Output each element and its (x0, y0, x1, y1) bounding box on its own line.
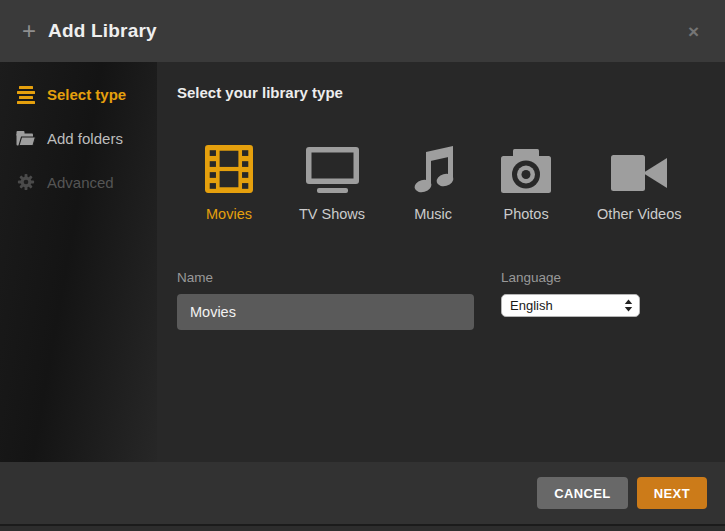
name-field-label: Name (177, 270, 474, 285)
add-library-dialog: + Add Library × Select type (0, 0, 725, 531)
library-type-photos[interactable]: Photos (501, 141, 551, 222)
filmstrip-icon (205, 141, 253, 193)
sidebar-item-select-type[interactable]: Select type (0, 72, 157, 116)
main-panel: Select your library type (157, 62, 725, 462)
library-type-music[interactable]: Music (411, 141, 455, 222)
cancel-button[interactable]: CANCEL (537, 477, 628, 509)
dialog-titlebar: + Add Library × (0, 0, 725, 62)
library-type-label: Movies (206, 206, 252, 222)
sidebar-item-label: Add folders (47, 130, 123, 147)
language-select[interactable]: English (501, 294, 640, 317)
library-type-label: Photos (504, 206, 549, 222)
language-select-value: English (510, 298, 624, 313)
next-button[interactable]: NEXT (637, 477, 707, 509)
sidebar-item-add-folders[interactable]: Add folders (0, 116, 157, 160)
dialog-footer: CANCEL NEXT (0, 462, 725, 524)
plus-icon: + (22, 19, 36, 43)
library-type-row: Movies TV Shows (205, 141, 705, 222)
dialog-title: Add Library (48, 20, 157, 42)
camera-icon (501, 141, 551, 193)
sidebar-item-advanced: Advanced (0, 160, 157, 204)
panel-heading: Select your library type (177, 84, 705, 101)
folder-icon (16, 128, 36, 148)
select-stepper-icon (624, 299, 635, 312)
library-name-input[interactable] (177, 294, 474, 330)
library-type-tv-shows[interactable]: TV Shows (299, 141, 365, 222)
tv-icon (306, 141, 359, 193)
sidebar-item-label: Advanced (47, 174, 114, 191)
music-note-icon (411, 141, 455, 193)
list-bars-icon (16, 84, 36, 104)
sidebar-item-label: Select type (47, 86, 126, 103)
library-type-other-videos[interactable]: Other Videos (597, 141, 681, 222)
close-icon[interactable]: × (684, 18, 703, 45)
gear-icon (16, 172, 36, 192)
library-type-label: Other Videos (597, 206, 681, 222)
library-type-label: Music (414, 206, 452, 222)
bottom-edge-strip (0, 524, 725, 531)
language-field-group: Language English (501, 270, 640, 330)
library-type-movies[interactable]: Movies (205, 141, 253, 222)
fields-row: Name Language English (177, 270, 705, 330)
library-type-label: TV Shows (299, 206, 365, 222)
video-camera-icon (611, 141, 667, 193)
name-field-group: Name (177, 270, 474, 330)
dialog-body: Select type Add folders (0, 62, 725, 462)
language-field-label: Language (501, 270, 640, 285)
wizard-steps-sidebar: Select type Add folders (0, 62, 157, 462)
